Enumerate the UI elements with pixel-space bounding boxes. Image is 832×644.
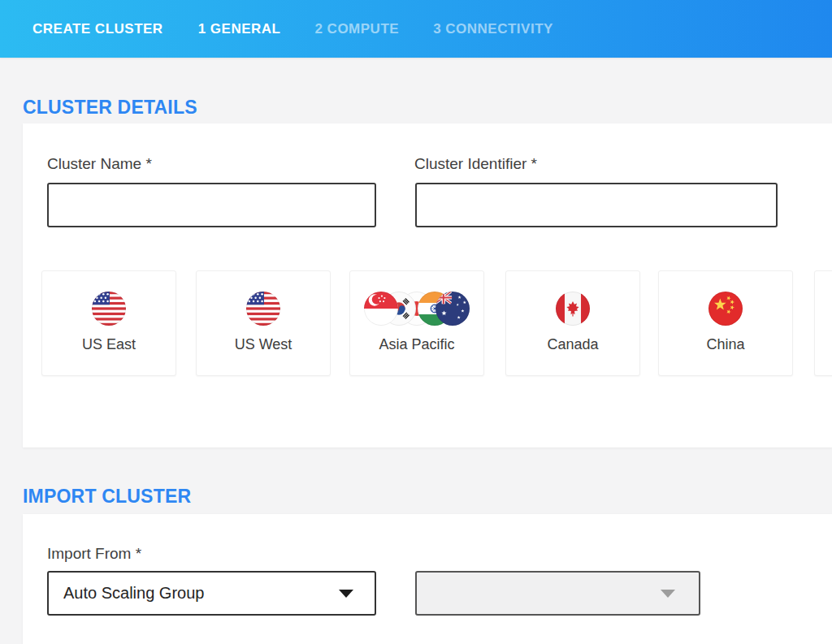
cluster-name-label: Cluster Name * <box>47 155 152 173</box>
tab-compute[interactable]: 2 COMPUTE <box>314 21 399 37</box>
region-card-asia-pacific[interactable]: Asia Pacific <box>349 270 484 376</box>
region-card-us-west[interactable]: US West <box>196 270 331 376</box>
region-label: Asia Pacific <box>350 336 483 352</box>
import-from-label: Import From * <box>47 545 141 563</box>
region-flags <box>659 292 792 326</box>
tab-connectivity[interactable]: 3 CONNECTIVITY <box>433 21 553 37</box>
region-card-partial[interactable] <box>814 270 832 376</box>
region-flags <box>815 292 832 326</box>
china-flag-icon <box>708 292 743 326</box>
cluster-identifier-label: Cluster Identifier * <box>414 155 537 173</box>
region-label: Canada <box>506 336 639 352</box>
region-label: US East <box>42 336 176 352</box>
cluster-details-heading: CLUSTER DETAILS <box>23 98 197 117</box>
canada-flag-icon <box>556 292 590 326</box>
wizard-header: CREATE CLUSTER 1 GENERAL 2 COMPUTE 3 CON… <box>0 0 832 58</box>
region-flags <box>506 292 639 326</box>
wizard-title: CREATE CLUSTER <box>32 21 163 37</box>
import-from-select[interactable]: Auto Scaling Group <box>47 571 376 616</box>
australia-flag-icon <box>436 292 470 326</box>
import-from-value: Auto Scaling Group <box>63 584 339 603</box>
region-flags <box>42 292 176 326</box>
import-cluster-heading: IMPORT CLUSTER <box>23 487 191 506</box>
region-label: US West <box>197 336 330 352</box>
cluster-identifier-input[interactable] <box>415 183 778 227</box>
us-flag-icon <box>246 292 280 326</box>
region-list: US EastUS WestAsia PacificCanadaChina <box>23 270 832 376</box>
region-card-china[interactable]: China <box>658 270 793 376</box>
create-cluster-page: CREATE CLUSTER 1 GENERAL 2 COMPUTE 3 CON… <box>0 0 832 644</box>
region-flags <box>197 292 330 326</box>
region-card-us-east[interactable]: US East <box>41 270 176 376</box>
singapore-flag-icon <box>364 292 398 326</box>
region-flags <box>350 292 483 326</box>
tab-general[interactable]: 1 GENERAL <box>198 21 281 37</box>
wizard-steps: 1 GENERAL 2 COMPUTE 3 CONNECTIVITY <box>198 21 553 37</box>
us-flag-icon <box>92 292 126 326</box>
chevron-down-icon <box>661 590 675 598</box>
region-card-canada[interactable]: Canada <box>505 270 640 376</box>
chevron-down-icon <box>339 590 353 598</box>
import-target-select[interactable] <box>415 571 700 616</box>
region-label: China <box>659 336 792 352</box>
import-cluster-card: Import From * Auto Scaling Group <box>23 514 832 644</box>
cluster-name-input[interactable] <box>47 183 376 227</box>
cluster-details-card: Cluster Name * Cluster Identifier * US E… <box>23 123 832 447</box>
